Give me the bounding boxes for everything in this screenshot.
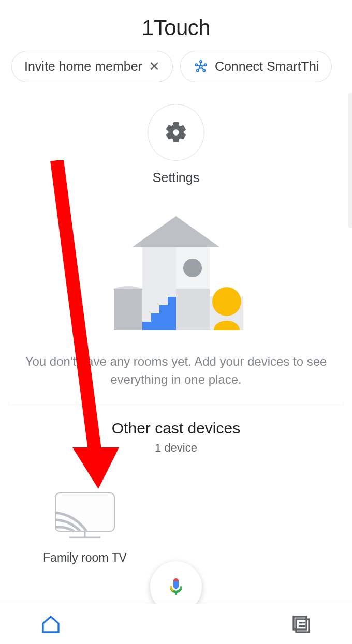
svg-rect-21 (114, 289, 142, 330)
nav-feed-button[interactable] (291, 614, 312, 635)
home-icon (40, 614, 61, 635)
home-name: 1Touch (0, 0, 352, 51)
svg-line-7 (197, 65, 199, 66)
scrollbar[interactable] (348, 93, 352, 228)
device-tile[interactable]: Family room TV (33, 491, 137, 565)
svg-marker-11 (132, 216, 220, 247)
cast-section-title: Other cast devices (0, 405, 352, 437)
connect-smartthings-chip[interactable]: Connect SmartThi (180, 51, 332, 82)
svg-point-1 (195, 64, 197, 66)
suggestion-chips: Invite home member ✕ Connect SmartThi (0, 51, 352, 95)
empty-rooms-message: You don't have any rooms yet. Add your d… (0, 353, 352, 405)
cast-section-subtitle: 1 device (0, 437, 352, 455)
gear-icon (148, 104, 204, 161)
svg-rect-17 (142, 313, 151, 322)
smartthings-icon (193, 59, 209, 74)
close-icon[interactable]: ✕ (149, 58, 160, 74)
svg-line-9 (198, 67, 200, 69)
svg-line-10 (202, 67, 203, 69)
house-illustration (0, 190, 352, 353)
svg-line-8 (202, 65, 204, 66)
settings-shortcut[interactable]: Settings (0, 95, 352, 190)
svg-point-5 (200, 61, 202, 63)
svg-point-2 (204, 64, 207, 66)
svg-rect-14 (142, 289, 176, 297)
svg-rect-24 (55, 493, 114, 531)
connect-label: Connect SmartThi (215, 59, 319, 74)
bottom-nav (0, 604, 352, 644)
mic-icon (166, 577, 186, 597)
svg-rect-20 (176, 289, 210, 330)
cast-tv-icon (51, 491, 119, 543)
invite-member-chip[interactable]: Invite home member ✕ (11, 51, 173, 82)
device-label: Family room TV (43, 551, 127, 565)
settings-label: Settings (153, 170, 199, 185)
svg-point-23 (212, 287, 241, 316)
svg-rect-15 (142, 297, 168, 305)
feed-icon (291, 614, 312, 635)
svg-point-19 (183, 259, 202, 277)
svg-rect-16 (142, 305, 159, 313)
invite-label: Invite home member (24, 59, 142, 74)
nav-home-button[interactable] (40, 614, 61, 635)
